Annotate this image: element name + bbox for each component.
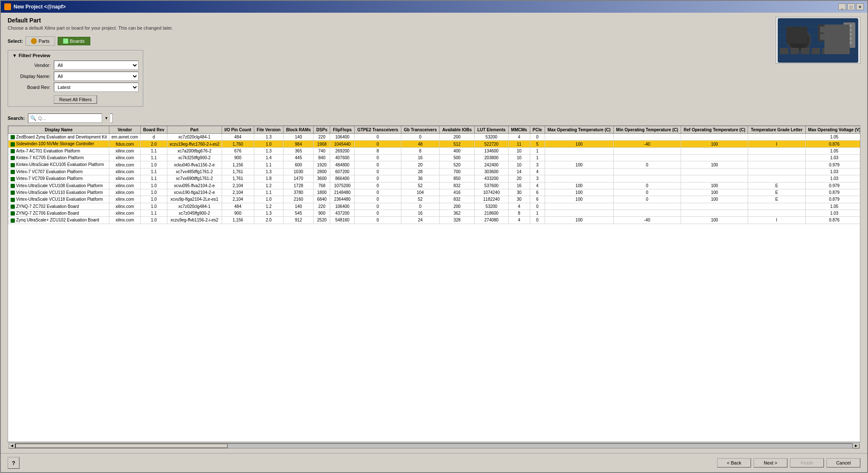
col-max-temp[interactable]: Max Operating Temperature (C) — [545, 126, 613, 134]
close-button[interactable]: ✕ — [856, 3, 864, 10]
col-block-rams[interactable]: Block RAMs — [283, 126, 313, 134]
col-pcie[interactable]: PCIe — [530, 126, 545, 134]
svg-rect-9 — [820, 27, 829, 33]
col-avail-iobs[interactable]: Available IOBs — [440, 126, 475, 134]
table-cell: 832 — [440, 196, 475, 203]
svg-rect-21 — [849, 37, 851, 40]
table-cell: Zynq UltraScale+ ZCU102 Evaluation Board — [8, 217, 109, 224]
horizontal-scrollbar[interactable]: ◀ ▶ — [8, 442, 860, 449]
col-max-voltage[interactable]: Max Operating Voltage (V) — [805, 126, 860, 134]
vendor-select[interactable]: All — [54, 61, 139, 70]
col-flipflops[interactable]: FlipFlops — [330, 126, 354, 134]
table-cell: 1.1 — [254, 161, 283, 168]
col-gtpe2[interactable]: GTPE2 Transceivers — [354, 126, 401, 134]
col-dsps[interactable]: DSPs — [314, 126, 330, 134]
table-cell: 1920 — [314, 161, 330, 168]
table-row[interactable]: ZYNQ-7 ZC702 Evaluation Boardxilinx.com1… — [8, 203, 861, 210]
table-cell: 16 — [401, 210, 440, 216]
table-cell: 1.1 — [140, 168, 167, 175]
col-display-name[interactable]: Display Name — [8, 126, 109, 134]
table-row[interactable]: Virtex-UltraScale VCU108 Evaluation Plat… — [8, 182, 861, 189]
table-cell: 52 — [401, 196, 440, 203]
table-cell: Virtex-UltraScale VCU118 Evaluation Plat… — [8, 196, 109, 203]
page-subtitle: Choose a default Xilinx part or board fo… — [8, 25, 173, 30]
col-io-pins[interactable]: I/O Pin Count — [222, 126, 254, 134]
table-row[interactable]: ZedBoard Zynq Evaluation and Development… — [8, 134, 861, 141]
col-lut[interactable]: LUT Elements — [475, 126, 509, 134]
scroll-thumb[interactable] — [16, 444, 228, 448]
table-cell: 106400 — [330, 134, 354, 141]
table-cell: 269200 — [330, 147, 354, 154]
minimize-button[interactable]: _ — [838, 3, 846, 10]
col-part[interactable]: Part — [167, 126, 222, 134]
help-button[interactable]: ? — [8, 457, 19, 469]
main-window: New Project <@napf> _ □ ✕ Default Part C… — [0, 0, 868, 473]
table-cell: 2800 — [314, 168, 330, 175]
table-cell: 0 — [613, 196, 681, 203]
table-row[interactable]: Virtex-7 VC709 Evaluation Platformxilinx… — [8, 175, 861, 182]
table-row[interactable]: Kintex-UltraScale KCU105 Evaluation Plat… — [8, 161, 861, 168]
table-cell: 4 — [530, 168, 545, 175]
table-cell: 0 — [354, 155, 401, 161]
table-cell: 6 — [530, 189, 545, 196]
search-input[interactable] — [38, 116, 102, 121]
finish-button[interactable]: Finish — [790, 458, 824, 467]
reset-filters-button[interactable]: Reset All Filters — [54, 95, 97, 104]
table-cell: 16 — [508, 182, 530, 189]
col-ref-temp[interactable]: Ref Operating Temperature (C) — [681, 126, 748, 134]
table-row[interactable]: Virtex-UltraScale VCU118 Evaluation Plat… — [8, 196, 861, 203]
board-rev-select[interactable]: Latest — [54, 83, 139, 92]
scroll-left-button[interactable]: ◀ — [8, 443, 15, 448]
svg-rect-14 — [845, 25, 847, 27]
filter-header[interactable]: ▼ Filter/ Preview — [12, 53, 139, 58]
table-row[interactable]: Zynq UltraScale+ ZCU102 Evaluation Board… — [8, 217, 861, 224]
next-button[interactable]: Next > — [754, 458, 787, 467]
col-temp-grade[interactable]: Temperature Grade Letter — [748, 126, 805, 134]
header-section: Default Part Choose a default Xilinx par… — [8, 17, 860, 110]
table-cell: Sidewinder-100 NVMe Storage Controller — [8, 141, 109, 147]
table-cell: 416 — [440, 189, 475, 196]
col-mmcms[interactable]: MMCMs — [508, 126, 530, 134]
tab-parts[interactable]: Parts — [25, 36, 55, 46]
col-file-version[interactable]: File Version — [254, 126, 283, 134]
table-cell: 220 — [314, 203, 330, 210]
table-cell — [748, 210, 805, 216]
col-board-rev[interactable]: Board Rev — [140, 126, 167, 134]
table-cell: 1.2 — [254, 182, 283, 189]
display-name-select[interactable]: All — [54, 72, 139, 81]
table-row[interactable]: Kintex-7 KC705 Evaluation Platformxilinx… — [8, 155, 861, 161]
table-row[interactable]: Virtex-UltraScale VCU110 Evaluation Plat… — [8, 189, 861, 196]
search-dropdown-button[interactable]: ▼ — [102, 113, 110, 123]
table-cell — [681, 175, 748, 182]
board-preview-image — [776, 17, 860, 64]
maximize-button[interactable]: □ — [847, 3, 855, 10]
table-body: ZedBoard Zynq Evaluation and Development… — [8, 134, 861, 224]
scroll-track[interactable] — [15, 443, 853, 448]
table-cell: 676 — [222, 147, 254, 154]
table-cell: xcku040-ffva1156-2-e — [167, 161, 222, 168]
table-cell: 8 — [401, 147, 440, 154]
col-vendor[interactable]: Vendor — [109, 126, 141, 134]
table-cell: 0 — [613, 189, 681, 196]
svg-rect-11 — [820, 34, 829, 40]
table-cell: 0.979 — [805, 161, 860, 168]
cancel-button[interactable]: Cancel — [826, 458, 860, 467]
table-cell: fidus.com — [109, 141, 141, 147]
col-gb-trans[interactable]: Gb Transceivers — [401, 126, 440, 134]
table-header-row: Display Name Vendor Board Rev Part I/O P… — [8, 126, 861, 134]
table-cell: 3780 — [283, 189, 313, 196]
tab-boards[interactable]: Boards — [58, 37, 90, 45]
header-left: Default Part Choose a default Xilinx par… — [8, 17, 173, 110]
table-cell: 3 — [530, 175, 545, 182]
table-cell: 1.05 — [805, 203, 860, 210]
table-row[interactable]: Virtex-7 VC707 Evaluation Platformxilinx… — [8, 168, 861, 175]
col-min-temp[interactable]: Min Operating Temperature (C) — [613, 126, 681, 134]
scroll-right-button[interactable]: ▶ — [853, 443, 860, 448]
back-button[interactable]: < Back — [717, 458, 751, 467]
table-row[interactable]: Sidewinder-100 NVMe Storage Controllerfi… — [8, 141, 861, 147]
table-cell: 850 — [440, 175, 475, 182]
boards-table-container[interactable]: Display Name Vendor Board Rev Part I/O P… — [8, 125, 860, 442]
table-row[interactable]: ZYNQ-7 ZC706 Evaluation Boardxilinx.com1… — [8, 210, 861, 216]
table-row[interactable]: Artix-7 AC701 Evaluation Platformxilinx.… — [8, 147, 861, 154]
table-cell: xilinx.com — [109, 168, 141, 175]
